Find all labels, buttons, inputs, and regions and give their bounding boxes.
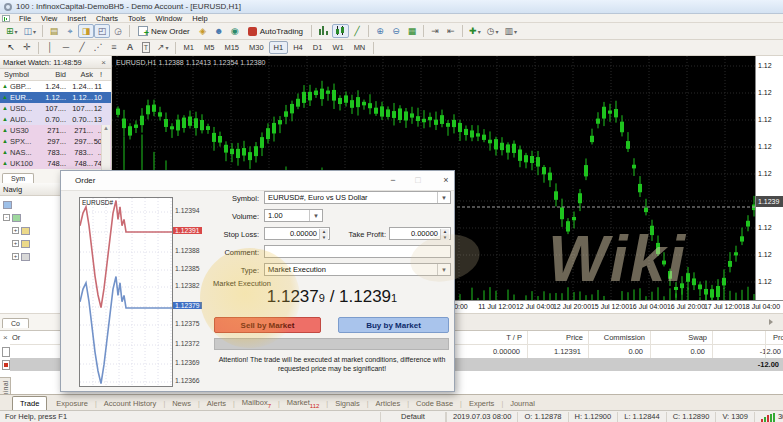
tab-alerts[interactable]: Alerts — [200, 397, 233, 410]
market-watch-row-usd[interactable]: ▲USD...107....107....12 — [0, 103, 111, 114]
menu-insert[interactable]: Insert — [62, 14, 91, 23]
tab-market[interactable]: Market112 — [280, 396, 327, 411]
close-button[interactable]: × — [439, 175, 453, 187]
profile-selector[interactable]: Default — [380, 412, 446, 422]
take-profit-input[interactable]: 0.00000 ▲▼ — [389, 227, 451, 240]
text-tool[interactable]: A — [122, 41, 138, 55]
maximize-button[interactable]: □ — [411, 175, 425, 187]
menu-help[interactable]: Help — [187, 14, 212, 23]
market-watch-row-spx[interactable]: ▲SPX...297...297...50 — [0, 136, 111, 147]
zoom-in-button[interactable]: ⊕ — [372, 24, 388, 38]
timeframe-m15[interactable]: M15 — [219, 41, 244, 54]
web-terminal-button[interactable]: ◉ — [227, 24, 243, 38]
buy-by-market-button[interactable]: Buy by Market — [338, 317, 449, 333]
indicators-button[interactable]: ✚▾ — [466, 24, 484, 38]
new-chart-button[interactable]: ⊞▾ — [3, 24, 21, 38]
horizontal-line-tool[interactable]: ─ — [58, 41, 74, 55]
templates-button[interactable]: ▥▾ — [502, 24, 521, 38]
timeframe-w1[interactable]: W1 — [327, 41, 348, 54]
column-swap[interactable]: Swap — [627, 333, 707, 342]
expand-icon[interactable]: + — [12, 253, 19, 260]
type-select[interactable]: Market Execution▼ — [264, 263, 451, 276]
strategy-tester-toggle[interactable]: ◶ — [110, 24, 126, 38]
comment-input[interactable] — [264, 245, 451, 258]
volume-select[interactable]: 1.00▼ — [264, 209, 323, 222]
zoom-out-button[interactable]: ⊖ — [388, 24, 404, 38]
tab-exposure[interactable]: Exposure — [49, 397, 95, 410]
close-icon[interactable]: × — [99, 58, 108, 67]
market-watch-row-eur[interactable]: ▲EUR...1.12...1.12...10 — [0, 92, 111, 103]
market-watch-toggle[interactable]: ▤ — [46, 24, 62, 38]
toolbox-toggle[interactable]: ◰ — [94, 24, 110, 38]
close-icon[interactable]: × — [3, 333, 8, 342]
market-watch-row-aud[interactable]: ▲AUD...0.70...0.70...13 — [0, 114, 111, 125]
menu-view[interactable]: View — [36, 14, 62, 23]
text-label-tool[interactable]: T — [138, 41, 154, 55]
candlestick-mode-button[interactable] — [332, 24, 349, 38]
column-ask[interactable]: Ask — [66, 70, 93, 79]
menu-file[interactable]: File — [14, 14, 36, 23]
tab-account-history[interactable]: Account History — [97, 397, 164, 410]
market-watch-row-uk100[interactable]: ▲UK100748...748...74 — [0, 158, 111, 169]
minimize-button[interactable]: − — [386, 175, 400, 187]
bar-chart-mode-button[interactable] — [315, 24, 332, 38]
timeframe-m5[interactable]: M5 — [199, 41, 219, 54]
tab-news[interactable]: News — [165, 397, 198, 410]
timeframe-m30[interactable]: M30 — [244, 41, 269, 54]
tab-symbols[interactable]: Sym — [2, 173, 34, 183]
timeframe-h1[interactable]: H1 — [269, 41, 289, 54]
tab-common[interactable]: Co — [2, 318, 29, 328]
column-order[interactable]: Or — [12, 333, 42, 342]
tab-code-base[interactable]: Code Base — [409, 397, 460, 410]
autotrading-button[interactable]: AutoTrading — [243, 24, 308, 38]
arrows-tool[interactable]: ↗▾ — [154, 41, 172, 55]
take-profit-spinner[interactable]: ▲▼ — [440, 229, 449, 240]
tile-windows-button[interactable]: ▦ — [404, 24, 420, 38]
tab-experts[interactable]: Experts — [462, 397, 501, 410]
market-watch-column-headers[interactable]: Symbol Bid Ask ! — [0, 69, 111, 81]
navigator-toggle[interactable]: ◨ — [78, 24, 94, 38]
menu-tools[interactable]: Tools — [123, 14, 151, 23]
timeframe-mn[interactable]: MN — [349, 41, 371, 54]
column-profit[interactable]: Profit — [773, 333, 783, 342]
chart-shift-button[interactable]: ⇤ — [443, 24, 459, 38]
tab-journal[interactable]: Journal — [503, 397, 542, 410]
periods-button[interactable]: ◷▾ — [484, 24, 502, 38]
column-bid[interactable]: Bid — [38, 70, 66, 79]
crosshair-tool-button[interactable]: ✛ — [19, 41, 35, 55]
collapse-icon[interactable]: - — [3, 214, 10, 221]
timeframe-m1[interactable]: M1 — [179, 41, 199, 54]
menu-window[interactable]: Window — [151, 14, 188, 23]
line-chart-mode-button[interactable]: ╱ — [349, 24, 365, 38]
column-symbol[interactable]: Symbol — [0, 70, 38, 79]
profiles-button[interactable]: ◫▾ — [21, 24, 40, 38]
cursor-tool-button[interactable]: ↖ — [3, 41, 19, 55]
channel-tool[interactable]: ≡ — [106, 41, 122, 55]
tab-mailbox[interactable]: Mailbox7 — [235, 396, 278, 411]
symbol-select[interactable]: EURUSD#, Euro vs US Dollar▼ — [264, 191, 451, 204]
deposit-button[interactable]: ◈ — [195, 24, 211, 38]
menu-charts[interactable]: Charts — [91, 14, 123, 23]
expand-icon[interactable]: + — [12, 240, 19, 247]
market-watch-row-nas[interactable]: ▲NAS...783...783..... — [0, 147, 111, 158]
order-dialog-titlebar[interactable]: Order − □ × — [61, 171, 454, 191]
vertical-line-tool[interactable]: │ — [42, 41, 58, 55]
new-order-button[interactable]: New Order — [133, 24, 195, 38]
market-watch-row-gbp[interactable]: ▲GBP...1.24...1.24...11 — [0, 81, 111, 92]
tab-trade[interactable]: Trade — [12, 396, 47, 411]
tab-articles[interactable]: Articles — [369, 397, 408, 410]
timeframe-h4[interactable]: H4 — [288, 41, 308, 54]
fibonacci-tool[interactable]: ⋰ — [90, 41, 106, 55]
timeframe-d1[interactable]: D1 — [308, 41, 328, 54]
sell-by-market-button[interactable]: Sell by Market — [214, 317, 321, 333]
market-watch-row-us30[interactable]: ▲US30271...271..... — [0, 125, 111, 136]
auto-scroll-button[interactable]: ⇥ — [427, 24, 443, 38]
expand-icon[interactable]: + — [12, 227, 19, 234]
data-window-toggle[interactable]: ⌖ — [62, 24, 78, 38]
spin-down-icon[interactable]: ▼ — [441, 235, 449, 241]
tab-signals[interactable]: Signals — [328, 397, 367, 410]
trendline-tool[interactable]: ╱ — [74, 41, 90, 55]
metaeditor-button[interactable]: ☻ — [211, 24, 227, 38]
column-spread[interactable]: ! — [93, 70, 104, 79]
scroll-right-icon[interactable] — [769, 319, 773, 325]
